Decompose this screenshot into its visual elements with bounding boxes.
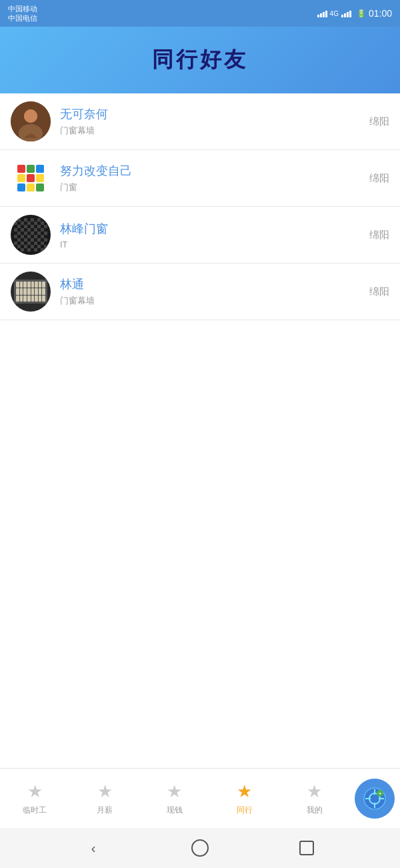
friend-location-2: 绵阳 (369, 172, 389, 185)
friend-location-4: 绵阳 (369, 286, 389, 298)
nav-icon-monthly: ★ (97, 781, 113, 802)
svg-rect-9 (27, 174, 35, 182)
svg-rect-13 (36, 183, 44, 191)
svg-rect-6 (27, 165, 35, 173)
nav-label-cash: 现钱 (167, 805, 183, 816)
recents-button[interactable] (297, 838, 317, 858)
signal-icon (317, 9, 327, 17)
nav-item-peers[interactable]: ★ 同行 (209, 781, 279, 816)
nav-icon-cash: ★ (167, 781, 182, 802)
special-icon: + (363, 787, 387, 811)
friend-name-4: 林通 (60, 276, 389, 292)
avatar-face-1 (11, 101, 51, 141)
friend-list: 无可奈何 门窗幕墙 绵阳 努 (0, 93, 400, 768)
avatar-3 (11, 215, 51, 255)
keyboard-pattern (14, 280, 47, 304)
friend-location-1: 绵阳 (369, 115, 389, 128)
avatar-1 (11, 101, 51, 141)
page-header: 同行好友 (0, 27, 400, 93)
friend-name-3: 林峰门窗 (60, 221, 389, 237)
friend-info-2: 努力改变自己 门窗 (60, 163, 389, 193)
svg-point-3 (24, 109, 37, 123)
friend-name-1: 无可奈何 (60, 106, 389, 122)
home-button[interactable] (190, 838, 210, 858)
friend-tag-3: IT (60, 240, 389, 250)
friend-info-4: 林通 门窗幕墙 (60, 276, 389, 307)
friend-item-1[interactable]: 无可奈何 门窗幕墙 绵阳 (0, 93, 400, 150)
signal-icon-2 (341, 9, 351, 17)
carrier-2: 中国电信 (8, 14, 37, 22)
back-icon: ‹ (91, 841, 96, 856)
carrier-info: 中国移动 中国电信 (8, 5, 37, 22)
bottom-nav: ★ 临时工 ★ 月薪 ★ 现钱 ★ 同行 ★ 我的 + (0, 768, 400, 828)
friend-location-3: 绵阳 (369, 229, 389, 242)
cube-svg (14, 161, 47, 195)
gesture-bar: ‹ (0, 828, 400, 868)
nav-item-cash[interactable]: ★ 现钱 (140, 781, 210, 816)
friend-name-2: 努力改变自己 (60, 163, 389, 179)
nav-icon-mine: ★ (307, 781, 322, 802)
nav-label-peers: 同行 (237, 805, 253, 816)
nav-label-temp-work: 临时工 (23, 805, 47, 816)
4g-icon: 4G (330, 10, 339, 17)
avatar-2 (11, 158, 51, 198)
time-display: 01:00 (369, 8, 392, 19)
nav-icon-temp-work: ★ (27, 781, 43, 802)
friend-info-1: 无可奈何 门窗幕墙 (60, 106, 389, 137)
page-title: 同行好友 (152, 45, 248, 75)
svg-text:+: + (379, 791, 381, 796)
battery-icon: 🔋 (357, 9, 366, 18)
recents-icon (299, 841, 314, 855)
friend-item-4[interactable]: 林通 门窗幕墙 绵阳 (0, 264, 400, 320)
nav-item-monthly[interactable]: ★ 月薪 (70, 781, 140, 816)
friend-info-3: 林峰门窗 IT (60, 221, 389, 250)
friend-tag-1: 门窗幕墙 (60, 125, 389, 137)
friend-tag-4: 门窗幕墙 (60, 295, 389, 307)
svg-rect-12 (27, 183, 35, 191)
svg-rect-10 (36, 174, 44, 182)
nav-label-mine: 我的 (307, 805, 323, 816)
svg-rect-5 (17, 165, 25, 173)
status-right: 4G 🔋 01:00 (317, 8, 392, 19)
friend-tag-2: 门窗 (60, 181, 389, 193)
svg-rect-8 (17, 174, 25, 182)
status-bar: 中国移动 中国电信 4G 🔋 01:00 (0, 0, 400, 27)
nav-icon-peers: ★ (237, 781, 252, 802)
carrier-1: 中国移动 (8, 5, 37, 13)
friend-item-3[interactable]: 林峰门窗 IT 绵阳 (0, 207, 400, 264)
avatar-4 (11, 272, 51, 312)
nav-label-monthly: 月薪 (97, 805, 113, 816)
friend-item-2[interactable]: 努力改变自己 门窗 绵阳 (0, 150, 400, 207)
nav-special-button[interactable]: + (355, 779, 395, 819)
svg-rect-7 (36, 165, 44, 173)
nav-item-temp-work[interactable]: ★ 临时工 (0, 781, 70, 816)
home-icon (191, 839, 209, 857)
svg-rect-11 (17, 183, 25, 191)
back-button[interactable]: ‹ (83, 838, 103, 858)
checkered-pattern (14, 218, 47, 252)
nav-item-mine[interactable]: ★ 我的 (279, 781, 349, 816)
